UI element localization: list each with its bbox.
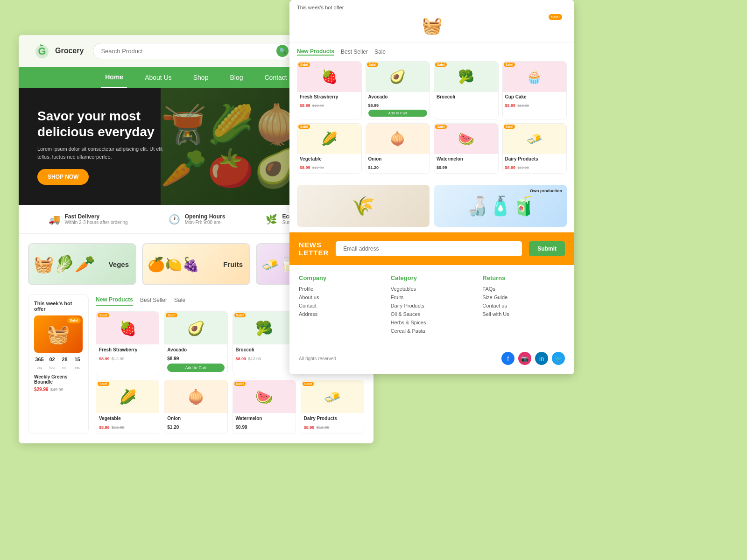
overlay-product-onion[interactable]: 🧅 Onion $1.20 [366,123,430,174]
product-onion[interactable]: 🧅 Onion $1.20 [164,380,227,434]
own-production-label: 🌾 [352,195,375,217]
nav-about[interactable]: About Us [141,67,176,88]
dairy-icon: 🧈 [324,389,341,405]
nav-blog[interactable]: Blog [226,67,247,88]
strawberry-icon: 🍓 [119,320,136,336]
overlay-products: New Products Best Seller Sale Sale! 🍓 Fr… [289,42,574,179]
feature-delivery: 🚚 Fast Delivery Within 2-3 hours after o… [49,213,128,225]
nav-home[interactable]: Home [101,67,127,88]
feature-delivery-title: Fast Delivery [65,213,128,220]
onion-icon: 🧅 [389,131,406,147]
overlay-avocado-price: $8.99 [368,103,379,108]
linkedin-button[interactable]: in [535,352,548,365]
product-vegetable-info: Vegetable $8.99 $12.99 [96,413,159,434]
search-input[interactable] [93,43,293,59]
overlay-onion-info: Onion $1.20 [366,154,430,173]
shop-now-button[interactable]: SHOP NOW [37,169,89,185]
overlay-tab-sale[interactable]: Sale [374,49,386,55]
instagram-button[interactable]: 📷 [518,352,531,365]
footer-link-sell-with-us[interactable]: Sell with Us [482,311,565,317]
product-onion-price: $1.20 [167,425,179,430]
overlay-add-cart-button[interactable]: Add to Cart [368,110,428,117]
sale-badge: Sale! [234,382,246,386]
product-strawberry-info: Fresh Strawberry $8.99 $12.99 [96,344,159,365]
overlay-product-avocado[interactable]: Sale! 🥑 Avocado $8.99 Add to Cart [366,61,430,119]
footer-link-faqs[interactable]: FAQs [482,286,565,292]
twitter-button[interactable]: 🐦 [552,352,565,365]
product-vegetable-price-new: $8.99 [99,425,110,430]
overlay-tab-new-products[interactable]: New Products [297,48,334,56]
footer-link-herbs-spices[interactable]: Herbs & Spices [391,320,473,325]
overlay-onion-img: 🧅 [366,124,430,154]
overlay-strawberry-name: Fresh Strawberry [300,94,359,99]
footer-copyright: All rights reserved. [299,356,338,361]
footer-returns-heading: Returns [482,274,565,281]
add-to-cart-button[interactable]: Add to Cart [167,364,224,372]
overlay-dairy-info: Dairy Products $8.99 $12.99 [503,154,567,173]
footer-category-heading: Category [391,274,473,281]
footer-link-address[interactable]: Address [299,311,381,317]
overlay-tab-best-seller[interactable]: Best Seller [341,49,368,55]
overlay-product-strawberry[interactable]: Sale! 🍓 Fresh Strawberry $8.99 $12.99 [297,61,362,119]
footer-link-contact-us[interactable]: Contact us [482,303,565,308]
product-avocado[interactable]: Sale! 🥑 Avocado $8.99 Add to Cart [164,311,227,375]
overlay-dairy-price-old: $12.99 [517,166,529,170]
footer-link-oil-sauces[interactable]: Oil & Sauces [391,311,473,317]
overlay-vegetable-name: Vegetable [300,156,359,161]
product-vegetable-image: Sale! 🌽 [96,380,159,413]
footer-link-fruits[interactable]: Fruits [391,294,473,300]
sale-badge: Sale! [166,313,177,317]
overlay-vegetable-price-old: $12.99 [312,166,324,170]
footer-link-vegetables[interactable]: Vegetables [391,286,473,292]
product-broccoli[interactable]: Sale! 🥦 Broccoli $8.99 $12.99 [233,311,296,375]
overlay-product-dairy[interactable]: Sale! 🧈 Dairy Products $8.99 $12.99 [502,123,567,174]
product-strawberry-price-new: $8.99 [99,357,110,361]
hot-offer-panel: This week's hot offer Sale! 🧺 365 day 02… [28,294,89,434]
leaf-icon: 🌿 [266,214,277,225]
footer-link-profile[interactable]: Profile [299,286,381,292]
search-icon: 🔍 [279,48,286,54]
product-dairy[interactable]: Sale! 🧈 Dairy Products $8.99 $12.99 [301,380,364,434]
own-production-card-2[interactable]: Own production 🍶🧴🧃 [434,185,567,227]
product-vegetable[interactable]: Sale! 🌽 Vegetable $8.99 $12.99 [96,380,159,434]
product-watermelon-image: Sale! 🍉 [233,380,296,413]
nav-shop[interactable]: Shop [190,67,212,88]
product-broccoli-price-old: $12.99 [248,357,261,361]
product-strawberry-price-old: $12.99 [112,357,125,361]
nav-contact[interactable]: Contact [261,67,290,88]
tab-new-products[interactable]: New Products [96,294,133,306]
category-fruits[interactable]: 🍊🍋🍇 Fruits [142,243,250,285]
overlay-product-watermelon[interactable]: Sale! 🍉 Watermelon $0.99 [434,123,499,174]
product-watermelon[interactable]: Sale! 🍉 Watermelon $0.99 [233,380,296,434]
overlay-product-vegetable[interactable]: Sale! 🌽 Vegetable $8.99 $12.99 [297,123,362,174]
feature-delivery-text: Fast Delivery Within 2-3 hours after ord… [65,213,128,225]
footer-link-size-guide[interactable]: Size Guide [482,294,565,300]
broccoli-icon: 🥦 [458,69,474,84]
product-avocado-name: Avocado [167,347,224,352]
footer-link-cereal-pasta[interactable]: Cereal & Pasta [391,328,473,334]
offer-price-new: $29.99 [34,387,49,392]
overlay-onion-name: Onion [368,156,428,161]
search-button[interactable]: 🔍 [276,45,289,57]
footer-link-dairy-products[interactable]: Dairy Products [391,303,473,308]
product-broccoli-image: Sale! 🥦 [233,312,296,344]
overlay-product-broccoli[interactable]: Sale! 🥦 Broccoli [434,61,499,119]
tab-sale[interactable]: Sale [174,295,185,305]
sale-badge: Sale! [504,63,515,67]
category-veges[interactable]: 🧺🥬🥕 Veges [28,243,136,285]
newsletter-email-input[interactable] [336,241,522,256]
product-watermelon-name: Watermelon [236,416,293,421]
overlay-cupcake-price-new: $8.99 [505,103,516,108]
footer-link-contact[interactable]: Contact [299,303,381,308]
footer-link-about[interactable]: About us [299,294,381,300]
own-production-card-1[interactable]: 🌾 [297,185,430,227]
facebook-button[interactable]: f [501,352,514,365]
sale-badge: Sale! [298,125,310,129]
tab-best-seller[interactable]: Best Seller [140,295,167,305]
product-fresh-strawberry[interactable]: Sale! 🍓 Fresh Strawberry $8.99 $12.99 [96,311,159,375]
basket-icon: 🧺 [47,323,70,345]
overlay-product-cupcake[interactable]: Sale! 🧁 Cup Cake $8.99 $12.99 [502,61,567,119]
newsletter-submit-button[interactable]: Submit [529,241,565,256]
overlay-avocado-info: Avocado $8.99 Add to Cart [366,92,430,119]
logo-area: G Grocery [33,42,84,60]
